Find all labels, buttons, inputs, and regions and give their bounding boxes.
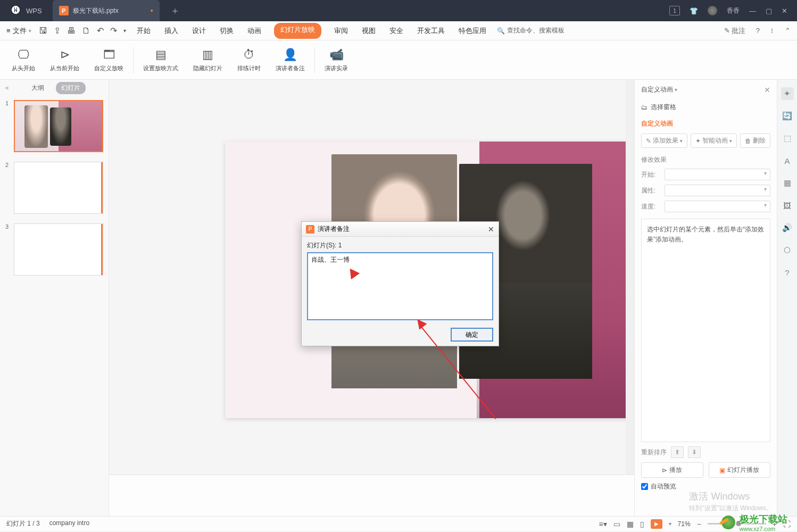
sidetab-font-icon[interactable]: A bbox=[781, 154, 794, 167]
tab-view[interactable]: 视图 bbox=[361, 23, 377, 39]
delete-effect-button[interactable]: 🗑删除 bbox=[740, 134, 770, 148]
speed-select[interactable] bbox=[665, 201, 770, 212]
undo-icon[interactable]: ↶ bbox=[97, 26, 104, 36]
animation-panel: 自定义动画 ▾ ✕ 🗂 选择窗格 自定义动画 ✎添加效果▾ ✦智能动画▾ 🗑删除… bbox=[634, 80, 797, 516]
tab-animation[interactable]: 动画 bbox=[246, 23, 262, 39]
window-close-icon[interactable]: ✕ bbox=[782, 7, 787, 15]
ribbon-separator bbox=[133, 47, 134, 73]
normal-view-icon[interactable]: ▭ bbox=[613, 520, 620, 528]
tab-devtools[interactable]: 开发工具 bbox=[416, 23, 446, 39]
sidetab-property-icon[interactable]: ⬚ bbox=[781, 132, 794, 145]
apparel-icon[interactable]: 👕 bbox=[690, 7, 698, 15]
vertical-scrollbar[interactable] bbox=[626, 80, 634, 475]
play-icon: ⊳ bbox=[662, 467, 667, 474]
selection-pane-button[interactable]: 🗂 选择窗格 bbox=[641, 103, 770, 112]
approval-toggle[interactable]: ✎批注 bbox=[724, 26, 745, 36]
play-animation-button[interactable]: ⊳播放 bbox=[641, 462, 703, 478]
qat-dropdown-icon[interactable]: ▾ bbox=[123, 28, 126, 34]
sidetab-template-icon[interactable]: ▦ bbox=[781, 177, 794, 189]
tab-transition[interactable]: 切换 bbox=[219, 23, 235, 39]
notes-pane[interactable] bbox=[109, 475, 634, 516]
outline-tab[interactable]: 大纲 bbox=[26, 82, 49, 94]
ppt-file-icon: P bbox=[59, 6, 69, 15]
help-icon[interactable]: ? bbox=[756, 27, 760, 35]
hide-slide-icon: ▥ bbox=[202, 47, 213, 62]
ribbon-speaker-notes[interactable]: 👤 演讲者备注 bbox=[268, 47, 312, 72]
add-effect-button[interactable]: ✎添加效果▾ bbox=[641, 134, 687, 148]
start-select[interactable] bbox=[665, 169, 770, 180]
print-preview-icon[interactable]: 🗋 bbox=[82, 26, 90, 36]
ribbon-custom-show[interactable]: 🗔 自定义放映 bbox=[87, 47, 131, 72]
slides-tab[interactable]: 幻灯片 bbox=[56, 82, 86, 94]
sorter-view-icon[interactable]: ▦ bbox=[627, 520, 634, 528]
tab-security[interactable]: 安全 bbox=[388, 23, 404, 39]
close-panel-icon[interactable]: ✕ bbox=[764, 86, 770, 94]
sidetab-help-icon[interactable]: ? bbox=[781, 266, 794, 279]
window-maximize-icon[interactable]: ▢ bbox=[766, 7, 772, 15]
notification-badge[interactable]: 1 bbox=[669, 6, 680, 15]
tab-insert[interactable]: 插入 bbox=[163, 23, 179, 39]
ribbon-record[interactable]: 📹 演讲实录 bbox=[317, 47, 355, 72]
sidetab-image-icon[interactable]: 🖼 bbox=[781, 199, 794, 212]
menu-bar: ≡ 文件 ▾ 🖫 ⇪ 🖶 🗋 ↶ ↷ ▾ 开始 插入 设计 切换 动画 幻灯片放… bbox=[0, 21, 797, 40]
watermark-url: www.xz7.com bbox=[740, 526, 787, 532]
print-icon[interactable]: 🖶 bbox=[67, 26, 76, 36]
sparkle-icon: ✦ bbox=[695, 137, 701, 145]
thumb-number: 3 bbox=[5, 223, 11, 276]
thumbnail-slide-2[interactable]: 2 bbox=[5, 162, 103, 214]
ribbon-rehearse[interactable]: ⏱ 排练计时 bbox=[230, 47, 268, 72]
more-icon[interactable]: ⫶ bbox=[770, 27, 774, 35]
reading-view-icon[interactable]: ▯ bbox=[640, 520, 644, 528]
slideshow-dropdown-icon[interactable]: ▾ bbox=[669, 521, 671, 527]
document-tab[interactable]: P 极光下载站.pptx • bbox=[53, 0, 160, 21]
export-icon[interactable]: ⇪ bbox=[54, 26, 61, 36]
status-bar: 幻灯片 1 / 3 company intro ≡▾ ▭ ▦ ▯ ▶ ▾ 71%… bbox=[0, 516, 797, 531]
sidetab-audio-icon[interactable]: 🔊 bbox=[781, 221, 794, 234]
windows-activate-watermark: 激活 Windows 转到"设置"以激活 Windows。 bbox=[689, 490, 773, 513]
title-bar: 🅦 WPS P 极光下载站.pptx • ＋ 1 👕 香香 — ▢ ✕ bbox=[0, 0, 797, 21]
collapse-ribbon-icon[interactable]: ⌃ bbox=[785, 27, 791, 35]
ribbon-hide-slide[interactable]: ▥ 隐藏幻灯片 bbox=[186, 47, 230, 72]
save-icon[interactable]: 🖫 bbox=[39, 26, 47, 36]
tab-special[interactable]: 特色应用 bbox=[458, 23, 487, 39]
property-select[interactable] bbox=[665, 185, 770, 196]
ok-button[interactable]: 确定 bbox=[451, 328, 493, 342]
search-placeholder: 查找命令、搜索模板 bbox=[507, 26, 564, 35]
new-tab-button[interactable]: ＋ bbox=[170, 4, 180, 17]
tab-review[interactable]: 审阅 bbox=[333, 23, 349, 39]
sidetab-animation-icon[interactable]: ✦ bbox=[781, 87, 794, 100]
speaker-notes-icon: 👤 bbox=[283, 47, 297, 62]
smart-animation-button[interactable]: ✦智能动画▾ bbox=[691, 134, 737, 148]
notes-textarea[interactable] bbox=[307, 252, 493, 320]
user-avatar[interactable] bbox=[708, 6, 717, 15]
command-search[interactable]: 🔍 查找命令、搜索模板 bbox=[497, 26, 564, 35]
sidetab-shape-icon[interactable]: ⬡ bbox=[781, 244, 794, 256]
speaker-notes-dialog: P 演讲者备注 ✕ 幻灯片(S): 1 确定 bbox=[301, 221, 499, 346]
tab-start[interactable]: 开始 bbox=[136, 23, 152, 39]
site-watermark: 极光下载站 www.xz7.com bbox=[720, 513, 787, 532]
zoom-out-icon[interactable]: − bbox=[697, 520, 701, 528]
notes-toggle-icon[interactable]: ≡▾ bbox=[599, 520, 607, 528]
modify-label: 修改效果 bbox=[641, 155, 770, 164]
dialog-close-icon[interactable]: ✕ bbox=[488, 225, 494, 234]
play-screen-icon: 🖵 bbox=[18, 47, 29, 62]
ribbon-setup-show[interactable]: ▤ 设置放映方式 bbox=[136, 47, 186, 72]
sidetab-transition-icon[interactable]: 🔄 bbox=[781, 110, 794, 122]
hamburger-icon: ≡ bbox=[6, 27, 11, 35]
slideshow-button[interactable]: ▶ bbox=[651, 519, 662, 529]
thumbnail-slide-1[interactable]: 1 bbox=[5, 100, 103, 152]
tab-slideshow[interactable]: 幻灯片放映 bbox=[274, 23, 321, 39]
chevron-down-icon[interactable]: ▾ bbox=[675, 87, 677, 93]
collapse-thumbs-icon[interactable]: « bbox=[5, 84, 9, 92]
window-minimize-icon[interactable]: — bbox=[749, 7, 756, 15]
ribbon-from-beginning[interactable]: 🖵 从头开始 bbox=[4, 47, 43, 72]
thumbnail-slide-3[interactable]: 3 bbox=[5, 223, 103, 276]
move-down-button[interactable]: ⬇ bbox=[688, 446, 701, 458]
auto-preview-checkbox[interactable] bbox=[641, 483, 648, 490]
slideshow-play-button[interactable]: ▣幻灯片播放 bbox=[709, 462, 771, 478]
ribbon-from-current[interactable]: ⊳ 从当前开始 bbox=[43, 47, 87, 72]
file-menu[interactable]: ≡ 文件 ▾ bbox=[6, 26, 31, 36]
redo-icon[interactable]: ↷ bbox=[110, 26, 117, 36]
move-up-button[interactable]: ⬆ bbox=[671, 446, 684, 458]
tab-design[interactable]: 设计 bbox=[191, 23, 207, 39]
